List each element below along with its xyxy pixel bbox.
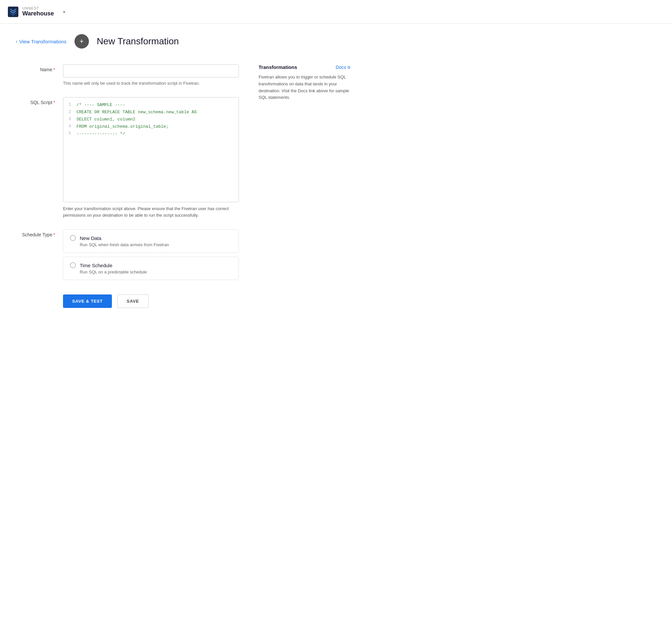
- save-button[interactable]: SAVE: [117, 295, 149, 308]
- page-title: New Transformation: [97, 36, 179, 47]
- line-code: CREATE OR REPLACE TABLE new_schema.new_t…: [76, 109, 197, 116]
- code-lines: 1/* ---- SAMPLE ----2CREATE OR REPLACE T…: [63, 97, 239, 141]
- schedule-option-title: New Data: [80, 235, 101, 241]
- line-code: /* ---- SAMPLE ----: [76, 101, 125, 109]
- name-field-content: This name will only be used to track the…: [63, 64, 239, 87]
- page-container: ‹ View Transformations + New Transformat…: [0, 24, 672, 627]
- plus-icon: +: [79, 37, 84, 46]
- code-line: 5---------------- */: [63, 130, 239, 138]
- name-hint: This name will only be used to track the…: [63, 80, 239, 87]
- docs-label: Docs: [336, 65, 346, 70]
- back-link[interactable]: ‹ View Transformations: [16, 39, 67, 44]
- back-link-label: View Transformations: [19, 39, 67, 44]
- schedule-field-content: New Data Run SQL when fresh data arrives…: [63, 230, 239, 284]
- action-buttons: SAVE & TEST SAVE: [16, 295, 239, 308]
- line-number: 3: [69, 116, 76, 122]
- sql-required-star: *: [53, 100, 55, 105]
- line-number: 2: [69, 109, 76, 115]
- schedule-label: Schedule Type*: [16, 230, 55, 237]
- schedule-option-header: New Data: [70, 235, 232, 241]
- schedule-option-desc: Run SQL on a predictable schedule: [80, 270, 232, 274]
- app-header: UNNEST Warehouse ▾: [0, 0, 672, 24]
- sidebar-section: Transformations Docs ⧉ Fivetran allows y…: [259, 64, 351, 308]
- radio-button-icon: [70, 262, 76, 268]
- line-number: 5: [69, 130, 76, 137]
- schedule-option-header: Time Schedule: [70, 262, 232, 268]
- line-code: FROM original_schema.original_table;: [76, 123, 169, 130]
- add-icon-circle: +: [74, 34, 89, 49]
- radio-button-icon: [70, 235, 76, 241]
- top-nav: ‹ View Transformations + New Transformat…: [16, 34, 656, 49]
- line-number: 4: [69, 123, 76, 130]
- name-field-row: Name* This name will only be used to tra…: [16, 64, 239, 87]
- sql-hint: Enter your transformation script above. …: [63, 206, 239, 219]
- schedule-type-field-row: Schedule Type* New Data Run SQL when fre…: [16, 230, 239, 284]
- schedule-option[interactable]: Time Schedule Run SQL on a predictable s…: [63, 257, 239, 280]
- code-line: 1/* ---- SAMPLE ----: [63, 101, 239, 109]
- form-section: Name* This name will only be used to tra…: [16, 64, 239, 308]
- sidebar-title: Transformations: [259, 64, 297, 70]
- sidebar-title-row: Transformations Docs ⧉: [259, 64, 351, 70]
- code-line: 2CREATE OR REPLACE TABLE new_schema.new_…: [63, 109, 239, 116]
- line-code: SELECT column1, column2: [76, 116, 135, 123]
- brand-name: Warehouse: [22, 10, 54, 17]
- brand-text: UNNEST Warehouse: [22, 6, 54, 17]
- save-test-button[interactable]: SAVE & TEST: [63, 295, 112, 308]
- schedule-option-desc: Run SQL when fresh data arrives from Fiv…: [80, 242, 232, 247]
- schedule-option-title: Time Schedule: [80, 263, 113, 268]
- sql-label: SQL Script*: [16, 97, 55, 105]
- back-chevron-icon: ‹: [16, 39, 17, 44]
- schedule-option[interactable]: New Data Run SQL when fresh data arrives…: [63, 230, 239, 253]
- header-dropdown-icon[interactable]: ▾: [63, 9, 65, 15]
- name-input[interactable]: [63, 64, 239, 77]
- line-code: ---------------- */: [76, 130, 125, 138]
- code-line: 4FROM original_schema.original_table;: [63, 123, 239, 130]
- main-layout: Name* This name will only be used to tra…: [16, 64, 656, 308]
- name-label: Name*: [16, 64, 55, 72]
- code-line: 3SELECT column1, column2: [63, 116, 239, 123]
- brand-logo-icon: [8, 6, 18, 17]
- external-link-icon: ⧉: [347, 65, 351, 70]
- schedule-required-star: *: [53, 232, 55, 237]
- sidebar-description: Fivetran allows you to trigger or schedu…: [259, 74, 351, 101]
- docs-link[interactable]: Docs ⧉: [336, 65, 351, 70]
- sql-field-content: 1/* ---- SAMPLE ----2CREATE OR REPLACE T…: [63, 97, 239, 219]
- brand-sub: UNNEST: [22, 6, 54, 10]
- sql-script-field-row: SQL Script* 1/* ---- SAMPLE ----2CREATE …: [16, 97, 239, 219]
- line-number: 1: [69, 101, 76, 108]
- brand: UNNEST Warehouse ▾: [8, 6, 65, 17]
- name-required-star: *: [53, 67, 55, 72]
- sql-code-editor[interactable]: 1/* ---- SAMPLE ----2CREATE OR REPLACE T…: [63, 97, 239, 202]
